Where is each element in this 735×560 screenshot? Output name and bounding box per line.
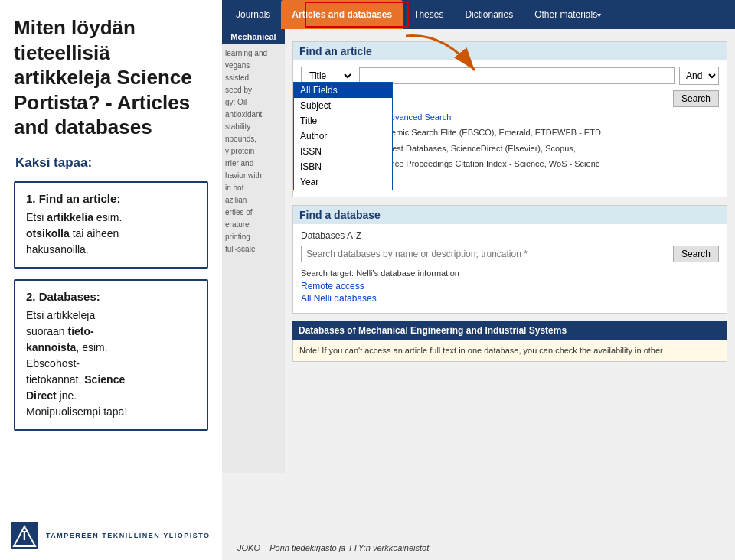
search-target-value: Nelli's database information	[356, 269, 459, 278]
find-article-title: Find an article	[293, 42, 727, 60]
footer-joko: JOKO – Porin tiedekirjasto ja TTY:n verk…	[237, 543, 429, 552]
dd-item-isbn[interactable]: ISBN	[294, 159, 392, 174]
main-content: Find an article Title And Author ▾ Searc…	[285, 29, 735, 368]
dd-item-author[interactable]: Author	[294, 129, 392, 144]
section2-title: 2. Databases:	[26, 290, 196, 303]
left-panel: Miten löydän tieteellisiä artikkeleja Sc…	[0, 0, 222, 560]
scroll-panel-label: Mechanical	[222, 29, 285, 44]
section2-text: Etsi artikkeleja suoraan tieto-kannoista…	[26, 308, 196, 420]
section2-block: 2. Databases: Etsi artikkeleja suoraan t…	[14, 279, 208, 431]
dd-item-year[interactable]: Year	[294, 174, 392, 190]
find-database-box: Find a database Databases A-Z Search Sea…	[292, 205, 727, 314]
right-panel: Journals Articles and databases Theses D…	[222, 0, 735, 560]
section1-heading: Find an article:	[39, 192, 121, 205]
dd-item-all-fields[interactable]: All Fields	[294, 83, 392, 98]
section1-block: 1. Find an article: Etsi artikkelia esim…	[14, 181, 208, 269]
db-search-row: Search	[301, 246, 719, 262]
nav-journals[interactable]: Journals	[225, 0, 281, 29]
dd-item-issn[interactable]: ISSN	[294, 144, 392, 159]
find-database-title: Find a database	[293, 206, 727, 224]
scroll-panel-text: learning and vegans ssisted seed by gy: …	[222, 44, 285, 259]
databases-az-label: Databases A-Z	[301, 230, 719, 241]
section2-number: 2.	[26, 290, 36, 303]
section1-title: 1. Find an article:	[26, 192, 196, 205]
bottom-logo: T TAMPEREEN TEKNILLINEN YLIOPISTO	[11, 522, 211, 549]
dd-item-title[interactable]: Title	[294, 113, 392, 129]
db-mechanical-box: Databases of Mechanical Engineering and …	[292, 321, 727, 340]
remote-access-db-link[interactable]: Remote access	[301, 281, 719, 291]
field-dropdown[interactable]: All Fields Subject Title Author ISSN ISB…	[293, 82, 393, 190]
kaksi-tapaa-label: Kaksi tapaa:	[15, 155, 208, 171]
section1-number: 1.	[26, 192, 36, 205]
nav-articles-databases[interactable]: Articles and databases	[281, 0, 403, 29]
nav-dictionaries[interactable]: Dictionaries	[454, 0, 524, 29]
nav-theses[interactable]: Theses	[403, 0, 454, 29]
db-search-button[interactable]: Search	[673, 246, 719, 262]
logo-text: TAMPEREEN TEKNILLINEN YLIOPISTO	[46, 531, 211, 541]
tty-logo-icon: T	[11, 522, 38, 549]
find-article-box: Find an article Title And Author ▾ Searc…	[292, 41, 727, 197]
section1-text: Etsi artikkelia esim. otsikolla tai aihe…	[26, 210, 196, 258]
scroll-panel: Mechanical learning and vegans ssisted s…	[222, 29, 285, 473]
db-links: Remote access All Nelli databases	[301, 281, 719, 304]
main-title: Miten löydän tieteellisiä artikkeleja Sc…	[14, 15, 208, 140]
search-target-label: Search target: Nelli's database informat…	[301, 269, 719, 278]
db-search-input[interactable]	[301, 246, 668, 262]
and-select[interactable]: And	[679, 67, 719, 85]
db-mechanical-note: Note! If you can't access an article ful…	[292, 340, 727, 362]
section2-heading: Databases:	[39, 290, 100, 303]
all-nelli-link[interactable]: All Nelli databases	[301, 293, 719, 304]
nav-bar: Journals Articles and databases Theses D…	[222, 0, 735, 29]
search-input-1[interactable]	[359, 67, 675, 84]
search-button[interactable]: Search	[673, 90, 719, 107]
dd-item-subject[interactable]: Subject	[294, 98, 392, 113]
nav-other-materials[interactable]: Other materials	[524, 0, 612, 29]
